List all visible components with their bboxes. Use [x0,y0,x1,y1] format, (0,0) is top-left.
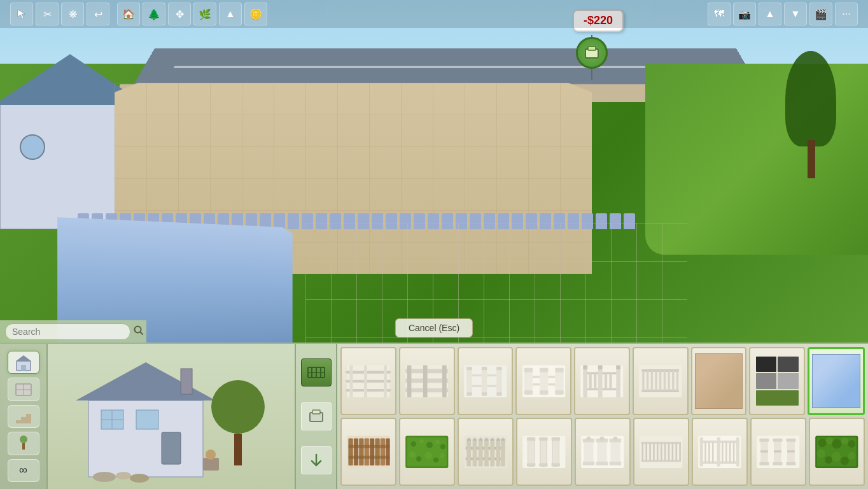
swatch-lightgray [778,373,799,388]
svg-rect-60 [496,392,501,395]
item-railing-ornate[interactable] [692,418,748,486]
items-row-2 [340,418,865,486]
svg-rect-134 [479,438,483,466]
svg-rect-109 [370,438,375,465]
svg-rect-111 [381,438,385,465]
svg-point-218 [848,451,856,459]
svg-rect-187 [704,442,706,463]
item-fence-wood[interactable] [340,418,396,486]
item-pillar-1[interactable] [516,418,572,486]
svg-rect-200 [773,438,783,441]
svg-point-125 [433,457,438,462]
svg-rect-114 [349,455,390,458]
svg-point-217 [841,457,849,465]
svg-rect-103 [676,371,678,391]
fence-add-tool[interactable] [301,358,332,386]
sidebar-item-house[interactable] [8,351,39,374]
svg-rect-61 [472,374,482,376]
svg-marker-16 [76,362,216,400]
tool-buttons [296,344,337,489]
svg-rect-95 [642,371,644,391]
pillar-wide-svg [578,424,627,480]
svg-rect-57 [482,392,487,395]
item-fence-columns-1[interactable] [458,347,514,415]
item-fence-bars[interactable] [633,347,689,415]
svg-rect-105 [349,438,353,465]
svg-rect-185 [717,437,720,466]
cancel-button[interactable]: Cancel (Esc) [395,318,473,337]
item-swatches-dark[interactable] [749,347,805,415]
item-pillar-base[interactable] [750,418,806,486]
item-fence-column-wide[interactable] [515,347,571,415]
svg-point-212 [841,437,849,444]
screenshot-tool[interactable]: 📷 [733,3,756,25]
items-grid [337,344,868,489]
coin-tool[interactable]: 🪙 [244,3,267,25]
sidebar-item-infinity[interactable]: ∞ [8,459,39,482]
svg-rect-191 [725,442,727,463]
svg-rect-86 [617,365,621,397]
more-tool[interactable]: ··· [835,3,858,25]
svg-rect-148 [540,437,547,466]
item-hedge-dense[interactable] [809,418,865,486]
flower-tool[interactable]: ❋ [61,3,84,25]
svg-rect-52 [466,367,472,395]
svg-rect-179 [676,443,678,461]
tree-tool[interactable]: 🌲 [143,3,165,25]
svg-rect-14 [22,443,25,450]
item-fence-ornate[interactable] [574,347,630,415]
svg-rect-180 [680,443,682,461]
svg-rect-90 [605,373,607,389]
item-fence-rails-1[interactable] [340,347,396,415]
scissor-tool[interactable]: ✂ [36,3,59,25]
svg-rect-163 [611,438,620,465]
svg-rect-130 [467,438,472,466]
rotate-up-tool[interactable]: ▲ [759,3,781,25]
pillar-base-svg [754,424,802,480]
swatch-green [756,390,799,406]
fence-place-tool[interactable] [301,402,332,430]
svg-rect-59 [496,367,501,370]
svg-point-29 [130,474,149,483]
sidebar-item-wall[interactable] [8,378,39,400]
level-up-tool[interactable]: ▲ [219,3,242,25]
sidebar-item-decor[interactable] [8,432,39,455]
item-pillar-wide[interactable] [575,418,631,486]
svg-rect-174 [657,443,659,461]
item-fence-rails-2[interactable] [399,347,455,415]
svg-point-28 [116,472,131,479]
svg-rect-147 [527,463,535,466]
fence-rails-2-svg [403,353,451,409]
svg-rect-113 [349,445,390,448]
item-hedge[interactable] [399,418,455,486]
sidebar-item-stairs[interactable] [8,405,39,428]
house-tool[interactable]: 🏠 [117,3,140,25]
tree-trunk [808,140,815,178]
map-tool[interactable]: 🗺 [708,3,731,25]
move-tool[interactable]: ✥ [168,3,191,25]
svg-rect-88 [589,373,592,389]
fence-down-tool[interactable] [301,446,332,474]
back-tool[interactable]: ↩ [87,3,109,25]
svg-marker-5 [16,355,31,361]
cursor-tool[interactable] [10,3,33,25]
svg-rect-193 [733,442,735,463]
camera-tool[interactable]: 🎬 [809,3,832,25]
rotate-down-tool[interactable]: ▼ [784,3,807,25]
item-railing-thin[interactable] [633,418,689,486]
item-fence-picket[interactable] [458,418,514,486]
svg-rect-101 [668,371,670,391]
svg-point-120 [435,439,440,444]
svg-rect-150 [539,463,547,466]
cursor-icon [16,8,27,20]
landscape-tool[interactable]: 🌿 [193,3,216,25]
item-texture-sand[interactable] [691,347,747,415]
decor-icon [14,434,33,452]
item-swatch-blue[interactable] [808,347,865,415]
svg-rect-178 [672,443,674,461]
search-input[interactable] [5,323,130,340]
swatch-black [756,357,777,372]
search-icon[interactable] [134,325,144,338]
svg-rect-36 [312,410,320,414]
svg-rect-48 [407,365,412,397]
